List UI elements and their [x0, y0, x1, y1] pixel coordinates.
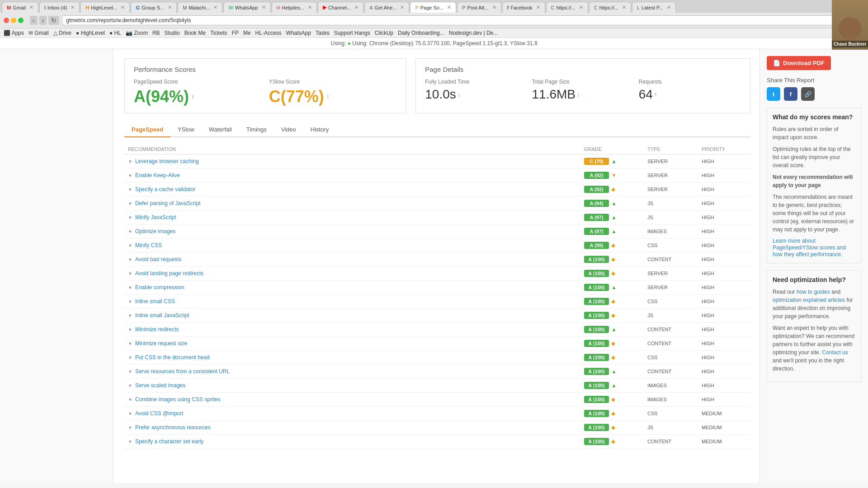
bookmark-zoom[interactable]: 📷 Zoom	[126, 30, 148, 36]
close-icon[interactable]: ✕	[29, 5, 33, 10]
bookmark-whatsapp[interactable]: WhatsApp	[286, 30, 311, 36]
share-link-button[interactable]: 🔗	[801, 87, 815, 101]
bookmark-nodesign[interactable]: Nodesign.dev | De...	[449, 30, 498, 36]
browser-tab-group[interactable]: G Group S... ✕	[131, 2, 177, 13]
chevron-down-icon[interactable]: ▼	[128, 425, 132, 430]
chevron-down-icon[interactable]: ▼	[128, 299, 132, 304]
browser-tab-helpdesk[interactable]: H Helpdes... ✕	[272, 2, 317, 13]
browser-tab-inbox[interactable]: I Inbox (4) ✕	[39, 2, 80, 13]
bookmark-tasks[interactable]: Tasks	[316, 30, 330, 36]
forward-button[interactable]: ›	[39, 16, 47, 25]
close-icon[interactable]: ✕	[121, 5, 125, 10]
chevron-down-icon[interactable]: ▼	[128, 369, 132, 374]
address-bar[interactable]	[62, 15, 856, 25]
close-icon[interactable]: ✕	[536, 5, 540, 10]
recommendation-link[interactable]: Prefer asynchronous resources	[135, 424, 211, 431]
recommendation-link[interactable]: Leverage browser caching	[135, 158, 199, 164]
bookmark-highlevel[interactable]: ● HighLevel	[76, 30, 105, 36]
share-twitter-button[interactable]: t	[767, 87, 780, 101]
close-icon[interactable]: ✕	[492, 5, 496, 10]
tab-pagespeed[interactable]: PageSpeed	[124, 122, 170, 137]
chevron-down-icon[interactable]: ▼	[128, 327, 132, 332]
recommendation-link[interactable]: Enable Keep-Alive	[135, 172, 180, 178]
recommendation-link[interactable]: Specify a character set early	[135, 438, 203, 445]
recommendation-link[interactable]: Avoid landing page redirects	[135, 270, 203, 277]
chevron-down-icon[interactable]: ▼	[128, 411, 132, 416]
recommendation-link[interactable]: Specify a cache validator	[135, 186, 195, 192]
close-icon[interactable]: ✕	[447, 5, 451, 10]
bookmark-fp[interactable]: FP	[232, 30, 239, 36]
close-icon[interactable]: ✕	[400, 5, 404, 10]
chevron-down-icon[interactable]: ▼	[128, 187, 132, 192]
close-icon[interactable]: ✕	[168, 5, 172, 10]
close-icon[interactable]: ✕	[667, 5, 671, 10]
close-icon[interactable]: ✕	[622, 5, 626, 10]
back-button[interactable]: ‹	[30, 16, 38, 25]
chevron-down-icon[interactable]: ▼	[128, 285, 132, 290]
bookmark-clickup[interactable]: ClickUp	[375, 30, 393, 36]
recommendation-link[interactable]: Defer parsing of JavaScript	[135, 200, 201, 206]
share-facebook-button[interactable]: f	[784, 87, 797, 101]
browser-tab-https1[interactable]: C https://... ✕	[546, 2, 588, 13]
chevron-down-icon[interactable]: ▼	[128, 313, 132, 318]
browser-tab-gmail[interactable]: M Gmail ✕	[2, 2, 38, 13]
chevron-down-icon[interactable]: ▼	[128, 201, 132, 206]
browser-tab-facebook[interactable]: f Facebook ✕	[502, 2, 545, 13]
tab-waterfall[interactable]: Waterfall	[202, 122, 239, 137]
tab-history[interactable]: History	[303, 122, 336, 137]
browser-tab-https2[interactable]: C https://... ✕	[589, 2, 631, 13]
close-icon[interactable]: ✕	[308, 5, 312, 10]
recommendation-link[interactable]: Serve scaled images	[135, 382, 185, 389]
reload-button[interactable]: ↻	[48, 16, 59, 25]
recommendation-link[interactable]: Enable compression	[135, 284, 184, 291]
chevron-down-icon[interactable]: ▼	[128, 271, 132, 276]
chevron-down-icon[interactable]: ▼	[128, 229, 132, 234]
browser-tab-whatsapp[interactable]: W WhatsApp ✕	[223, 2, 270, 13]
bookmark-studio[interactable]: Studio	[165, 30, 180, 36]
bookmark-hlaccess[interactable]: HL-Access	[255, 30, 282, 36]
browser-tab-channel[interactable]: ▶ Channel... ✕	[318, 2, 363, 13]
close-icon[interactable]: ✕	[71, 5, 75, 10]
recommendation-link[interactable]: Avoid bad requests	[135, 256, 182, 263]
bookmark-bookme[interactable]: Book Me	[184, 30, 206, 36]
browser-tab-getahead[interactable]: A Get Ahe... ✕	[364, 2, 409, 13]
browser-tab-pagescout[interactable]: P Page So... ✕	[410, 2, 456, 13]
bookmark-gmail[interactable]: ✉ Gmail	[28, 30, 49, 36]
recommendation-link[interactable]: Combine images using CSS sprites	[135, 396, 221, 403]
recommendation-link[interactable]: Inline small CSS	[135, 298, 175, 305]
opt-link1[interactable]: how to guides	[797, 289, 830, 295]
recommendation-link[interactable]: Minimize request size	[135, 340, 187, 347]
chevron-down-icon[interactable]: ▼	[128, 159, 132, 164]
recommendation-link[interactable]: Inline small JavaScript	[135, 312, 189, 319]
chevron-down-icon[interactable]: ▼	[128, 355, 132, 360]
recommendation-link[interactable]: Minify JavaScript	[135, 214, 176, 221]
recommendation-link[interactable]: Minimize redirects	[135, 326, 179, 333]
close-icon[interactable]: ✕	[213, 5, 217, 10]
browser-tab-latest[interactable]: L Latest P... ✕	[632, 2, 676, 13]
bookmark-supporthangs[interactable]: Support Hangs	[334, 30, 370, 36]
chevron-down-icon[interactable]: ▼	[128, 383, 132, 388]
browser-tab-highlevel[interactable]: H HighLevel... ✕	[80, 2, 130, 13]
browser-tab-postatt[interactable]: P Post Att... ✕	[457, 2, 501, 13]
chevron-down-icon[interactable]: ▼	[128, 215, 132, 220]
opt-link2[interactable]: optimization explained articles	[773, 297, 845, 303]
chevron-down-icon[interactable]: ▼	[128, 173, 132, 178]
close-icon[interactable]: ✕	[262, 5, 266, 10]
chevron-down-icon[interactable]: ▼	[128, 341, 132, 346]
recommendation-link[interactable]: Avoid CSS @import	[135, 410, 184, 417]
recommendation-link[interactable]: Optimize images	[135, 228, 175, 235]
chevron-down-icon[interactable]: ▼	[128, 243, 132, 248]
bookmark-drive[interactable]: △ Drive	[53, 30, 71, 36]
download-pdf-button[interactable]: 📄 Download PDF	[767, 56, 831, 70]
bookmark-dailyonboarding[interactable]: Daily Onboarding...	[398, 30, 444, 36]
tab-video[interactable]: Video	[274, 122, 303, 137]
maximize-window-btn[interactable]	[18, 18, 24, 23]
bookmark-apps[interactable]: ⬛ Apps	[4, 30, 24, 36]
bookmark-tickets[interactable]: Tickets	[210, 30, 227, 36]
recommendation-link[interactable]: Serve resources from a consistent URL	[135, 368, 230, 375]
scores-meaning-link[interactable]: Learn more about PageSpeed/YSlow scores …	[773, 238, 846, 258]
minimize-window-btn[interactable]	[11, 18, 16, 23]
close-window-btn[interactable]	[4, 18, 9, 23]
browser-tab-malachi[interactable]: M Malachi... ✕	[178, 2, 222, 13]
chevron-down-icon[interactable]: ▼	[128, 439, 132, 444]
